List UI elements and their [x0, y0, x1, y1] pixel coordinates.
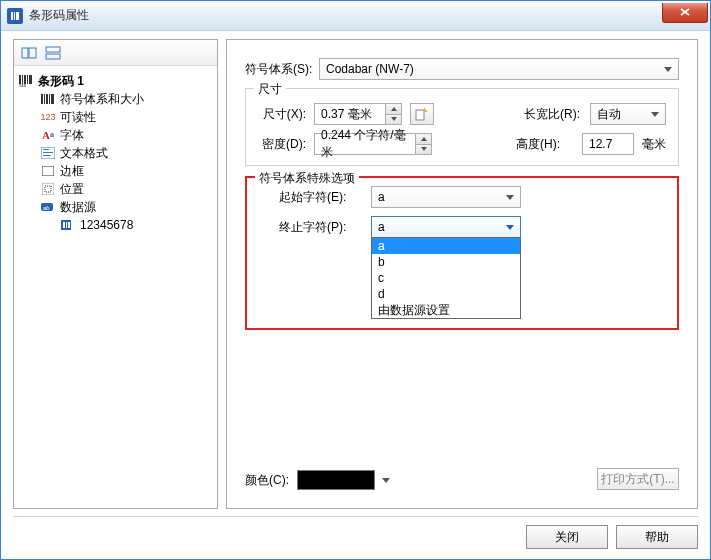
titlebar: 条形码属性 [1, 1, 710, 31]
data-icon [60, 218, 76, 232]
height-input[interactable]: 12.7 [582, 133, 634, 155]
svg-rect-2 [16, 12, 19, 20]
spin-down[interactable] [386, 114, 401, 125]
dropdown-option[interactable]: c [372, 270, 520, 286]
svg-rect-22 [42, 166, 54, 176]
size-label: 尺寸(X): [258, 106, 306, 123]
tree-item-label: 可读性 [60, 108, 96, 126]
height-label: 高度(H): [516, 136, 574, 153]
window: 条形码属性 123 条形码 1 [0, 0, 711, 560]
symbology-value: Codabar (NW-7) [326, 62, 414, 76]
svg-rect-17 [51, 94, 54, 104]
svg-rect-19 [43, 149, 49, 150]
ratio-combo[interactable]: 自动 [590, 103, 666, 125]
print-method-button[interactable]: 打印方式(T)... [597, 468, 679, 490]
position-icon [40, 182, 56, 196]
symbology-label: 符号体系(S): [245, 61, 319, 78]
tree: 123 条形码 1 符号体系和大小 123 可读性 Aa 字体 [14, 66, 217, 508]
window-title: 条形码属性 [29, 7, 662, 24]
dropdown-option[interactable]: 由数据源设置 [372, 302, 520, 318]
stop-char-dropdown: a b c d 由数据源设置 [371, 237, 521, 319]
size-input[interactable]: 0.37 毫米 [314, 103, 402, 125]
tree-item-label: 文本格式 [60, 144, 108, 162]
svg-rect-15 [46, 94, 48, 104]
density-input[interactable]: 0.244 个字符/毫米 [314, 133, 432, 155]
tree-item-label: 位置 [60, 180, 84, 198]
close-dialog-button[interactable]: 关闭 [526, 525, 608, 549]
ratio-value: 自动 [597, 106, 621, 123]
left-panel: 123 条形码 1 符号体系和大小 123 可读性 Aa 字体 [13, 39, 218, 509]
print-method-label: 打印方式(T)... [601, 471, 674, 488]
size-legend: 尺寸 [254, 81, 286, 98]
special-group: 符号体系特殊选项 起始字符(E): a 终止字符(P): a [245, 176, 679, 330]
svg-text:ab: ab [43, 205, 50, 211]
stop-char-combo[interactable]: a [371, 216, 521, 238]
svg-rect-13 [41, 94, 43, 104]
datasource-icon: ab [40, 200, 56, 214]
tree-root[interactable]: 123 条形码 1 [18, 72, 213, 90]
svg-rect-24 [45, 186, 51, 192]
toolbar-btn-1[interactable] [18, 43, 40, 63]
tree-item-symbology[interactable]: 符号体系和大小 [18, 90, 213, 108]
left-toolbar [14, 40, 217, 66]
color-picker[interactable] [297, 470, 375, 490]
help-button[interactable]: 帮助 [616, 525, 698, 549]
barcode-icon [40, 92, 56, 106]
tree-item-label: 数据源 [60, 198, 96, 216]
tree-item-datasource[interactable]: ab 数据源 [18, 198, 213, 216]
symbology-combo[interactable]: Codabar (NW-7) [319, 58, 679, 80]
tree-item-textformat[interactable]: 文本格式 [18, 144, 213, 162]
svg-rect-23 [42, 183, 54, 195]
tree-item-label: 字体 [60, 126, 84, 144]
svg-rect-32 [424, 108, 425, 112]
svg-rect-4 [29, 48, 36, 58]
color-row: 颜色(C): [245, 470, 375, 490]
svg-rect-28 [63, 222, 65, 228]
toolbar-btn-2[interactable] [42, 43, 64, 63]
footer: 关闭 帮助 [526, 525, 698, 549]
tree-root-label: 条形码 1 [38, 72, 84, 90]
tree-item-datasource-value[interactable]: 12345678 [18, 216, 213, 234]
stop-char-label: 终止字符(P): [279, 219, 363, 236]
start-char-value: a [378, 190, 385, 204]
symbology-row: 符号体系(S): Codabar (NW-7) [245, 58, 679, 80]
dropdown-option[interactable]: b [372, 254, 520, 270]
dropdown-option[interactable]: a [372, 238, 520, 254]
height-value: 12.7 [589, 137, 612, 151]
height-unit: 毫米 [642, 136, 666, 153]
svg-rect-31 [416, 110, 424, 120]
start-char-label: 起始字符(E): [279, 189, 363, 206]
tree-item-label: 12345678 [80, 216, 133, 234]
font-icon: Aa [40, 128, 56, 142]
app-icon [7, 8, 23, 24]
svg-text:123: 123 [19, 83, 26, 87]
spin-up[interactable] [416, 134, 431, 144]
svg-rect-11 [29, 75, 32, 84]
tree-item-position[interactable]: 位置 [18, 180, 213, 198]
start-char-combo[interactable]: a [371, 186, 521, 208]
footer-separator [13, 516, 698, 517]
spin-down[interactable] [416, 144, 431, 155]
barcode-icon: 123 [18, 74, 34, 88]
dropdown-option[interactable]: d [372, 286, 520, 302]
tree-item-readability[interactable]: 123 可读性 [18, 108, 213, 126]
size-group: 尺寸 尺寸(X): 0.37 毫米 长宽比(R): 自动 [245, 88, 679, 166]
svg-rect-6 [46, 54, 60, 59]
tree-item-font[interactable]: Aa 字体 [18, 126, 213, 144]
stop-char-value: a [378, 220, 385, 234]
content: 123 条形码 1 符号体系和大小 123 可读性 Aa 字体 [1, 31, 710, 559]
color-label: 颜色(C): [245, 472, 289, 489]
tree-item-border[interactable]: 边框 [18, 162, 213, 180]
svg-rect-0 [11, 12, 13, 20]
text-format-icon [40, 146, 56, 160]
svg-rect-5 [46, 47, 60, 52]
number-icon: 123 [40, 110, 56, 124]
svg-rect-16 [49, 94, 50, 104]
tree-item-label: 边框 [60, 162, 84, 180]
close-button[interactable] [662, 3, 708, 23]
spin-up[interactable] [386, 104, 401, 114]
svg-rect-21 [43, 155, 51, 156]
ratio-label: 长宽比(R): [524, 106, 582, 123]
size-helper-button[interactable] [410, 103, 434, 125]
svg-rect-30 [68, 222, 70, 228]
